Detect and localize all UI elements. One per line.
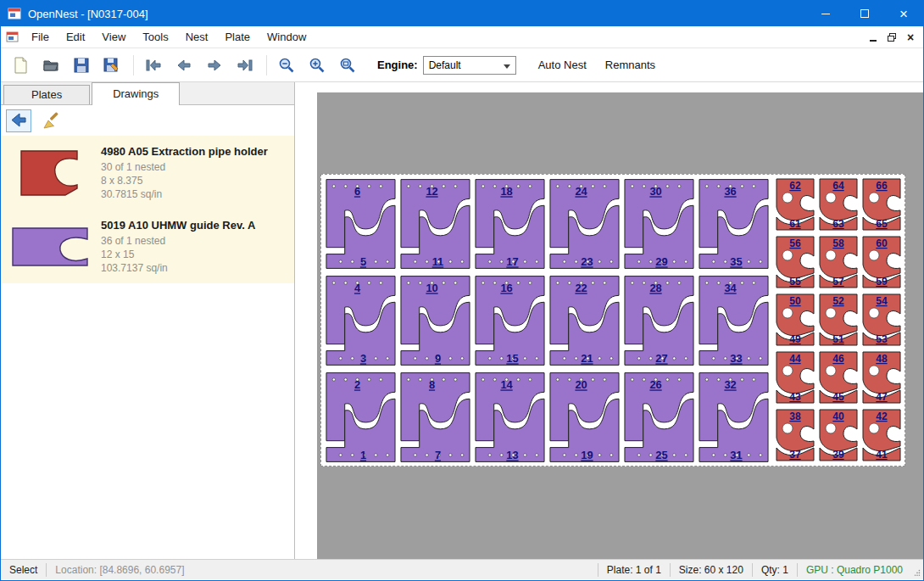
zoom-out-button[interactable] xyxy=(274,53,299,78)
tab-plates[interactable]: Plates xyxy=(3,85,90,104)
nest-cell-purple[interactable]: 3231 xyxy=(697,370,771,465)
drawing-size: 12 x 15 xyxy=(101,248,287,261)
nest-cell-purple[interactable]: 1817 xyxy=(473,176,547,271)
part-number: 44 xyxy=(789,353,801,365)
tab-drawings[interactable]: Drawings xyxy=(92,82,180,105)
minimize-icon xyxy=(821,14,830,14)
menu-edit[interactable]: Edit xyxy=(58,28,93,47)
nest-cell-red[interactable]: 4241 xyxy=(860,407,903,463)
nest-cell-red[interactable]: 5453 xyxy=(860,292,903,348)
zoom-in-button[interactable] xyxy=(304,53,330,78)
zoom-out-icon xyxy=(277,56,296,75)
nest-cell-purple[interactable]: 3635 xyxy=(697,176,771,271)
nav-first-button[interactable] xyxy=(141,53,166,78)
nest-cell-red[interactable]: 4039 xyxy=(817,407,860,463)
nav-last-button[interactable] xyxy=(232,53,258,78)
nest-cell-purple[interactable]: 2625 xyxy=(622,370,696,465)
new-file-button[interactable] xyxy=(8,53,33,78)
nest-cell-red[interactable]: 6463 xyxy=(817,176,860,232)
nest-cell-red[interactable]: 5049 xyxy=(774,292,816,348)
nest-cell-red[interactable]: 4443 xyxy=(774,349,816,405)
close-button[interactable]: × xyxy=(884,1,923,26)
nest-cell-purple[interactable]: 65 xyxy=(324,176,398,271)
clear-drawings-button[interactable] xyxy=(38,109,64,132)
canvas-margin-top xyxy=(295,82,923,92)
chevron-down-icon xyxy=(504,64,510,69)
menu-file[interactable]: File xyxy=(23,28,58,47)
remnants-button[interactable]: Remnants xyxy=(604,55,657,75)
part-number: 4 xyxy=(354,282,361,294)
purple-parts-grid: 6512111817242330293635431091615222128273… xyxy=(324,176,771,465)
zoom-in-icon xyxy=(308,56,326,75)
resize-grip-icon[interactable] xyxy=(911,560,923,579)
mdi-restore-button[interactable] xyxy=(882,29,901,46)
part-number: 64 xyxy=(832,180,844,192)
nest-cell-purple[interactable]: 1413 xyxy=(473,370,547,465)
import-drawing-button[interactable] xyxy=(6,109,31,132)
part-number: 16 xyxy=(500,282,512,294)
drawing-title: 4980 A05 Extraction pipe holder xyxy=(101,145,287,158)
nest-cell-red[interactable]: 4847 xyxy=(860,349,903,405)
nest-cell-red[interactable]: 6059 xyxy=(860,234,903,290)
mdi-close-button[interactable]: × xyxy=(901,29,920,46)
toolbar-separator xyxy=(266,55,267,75)
nest-cell-red[interactable]: 6665 xyxy=(860,176,903,232)
nest-cell-purple[interactable]: 1211 xyxy=(398,176,472,271)
part-number: 55 xyxy=(789,276,801,288)
menu-plate[interactable]: Plate xyxy=(216,28,259,47)
mdi-minimize-button[interactable] xyxy=(864,29,882,46)
menu-window[interactable]: Window xyxy=(259,28,314,47)
nav-prev-button[interactable] xyxy=(171,53,197,78)
save-as-button[interactable] xyxy=(99,53,125,78)
maximize-button[interactable] xyxy=(845,1,884,26)
save-button[interactable] xyxy=(69,53,94,78)
part-number: 22 xyxy=(575,282,587,294)
open-file-button[interactable] xyxy=(38,53,64,78)
nest-canvas[interactable]: 6512111817242330293635431091615222128273… xyxy=(295,82,923,559)
nest-cell-purple[interactable]: 87 xyxy=(398,370,472,465)
nest-cell-red[interactable]: 3837 xyxy=(774,407,816,463)
nest-cell-purple[interactable]: 2827 xyxy=(622,273,696,368)
nav-next-button[interactable] xyxy=(202,53,227,78)
app-icon xyxy=(8,8,21,20)
menu-view[interactable]: View xyxy=(93,28,134,47)
part-number: 7 xyxy=(435,449,441,461)
list-item[interactable]: 4980 A05 Extraction pipe holder 30 of 1 … xyxy=(1,136,294,209)
engine-select[interactable]: Default xyxy=(423,56,516,75)
nav-next-icon xyxy=(205,56,224,75)
nest-cell-purple[interactable]: 1615 xyxy=(473,273,547,368)
nest-cell-purple[interactable]: 21 xyxy=(324,370,398,465)
status-location: Location: [84.8696, 60.6957] xyxy=(47,564,192,576)
nest-cell-purple[interactable]: 2019 xyxy=(548,370,621,465)
nest-cell-purple[interactable]: 2221 xyxy=(548,273,621,368)
part-number: 54 xyxy=(876,295,888,307)
menu-nest[interactable]: Nest xyxy=(177,28,217,47)
drawing-area: 30.7815 sq/in xyxy=(101,187,287,201)
part-number: 62 xyxy=(789,180,801,192)
nest-cell-purple[interactable]: 2423 xyxy=(548,176,621,271)
part-number: 23 xyxy=(581,255,593,268)
nest-cell-red[interactable]: 6261 xyxy=(774,176,816,232)
nest-cell-purple[interactable]: 3029 xyxy=(622,176,696,271)
open-folder-icon xyxy=(42,56,60,75)
nest-cell-purple[interactable]: 43 xyxy=(324,273,398,368)
nest-cell-red[interactable]: 5655 xyxy=(774,234,816,290)
part-number: 35 xyxy=(730,255,742,268)
nest-cell-purple[interactable]: 109 xyxy=(398,273,472,368)
drawing-nested-count: 36 of 1 nested xyxy=(101,234,287,248)
part-number: 6 xyxy=(354,185,360,198)
new-file-icon xyxy=(11,56,30,75)
nest-cell-red[interactable]: 5251 xyxy=(817,292,860,348)
auto-nest-button[interactable]: Auto Nest xyxy=(537,55,588,75)
menu-tools[interactable]: Tools xyxy=(134,28,176,47)
zoom-fit-button[interactable] xyxy=(335,53,360,78)
list-item[interactable]: 5019 A10 UHMW guide Rev. A 36 of 1 neste… xyxy=(1,209,294,283)
part-number: 52 xyxy=(832,295,844,307)
minimize-button[interactable] xyxy=(806,1,845,26)
plate-sheet[interactable]: 6512111817242330293635431091615222128273… xyxy=(320,174,905,466)
nest-cell-red[interactable]: 5857 xyxy=(817,234,860,290)
nest-cell-red[interactable]: 4645 xyxy=(817,349,860,405)
part-number: 56 xyxy=(789,237,801,249)
drawings-list: 4980 A05 Extraction pipe holder 30 of 1 … xyxy=(1,136,294,283)
nest-cell-purple[interactable]: 3433 xyxy=(697,273,771,368)
